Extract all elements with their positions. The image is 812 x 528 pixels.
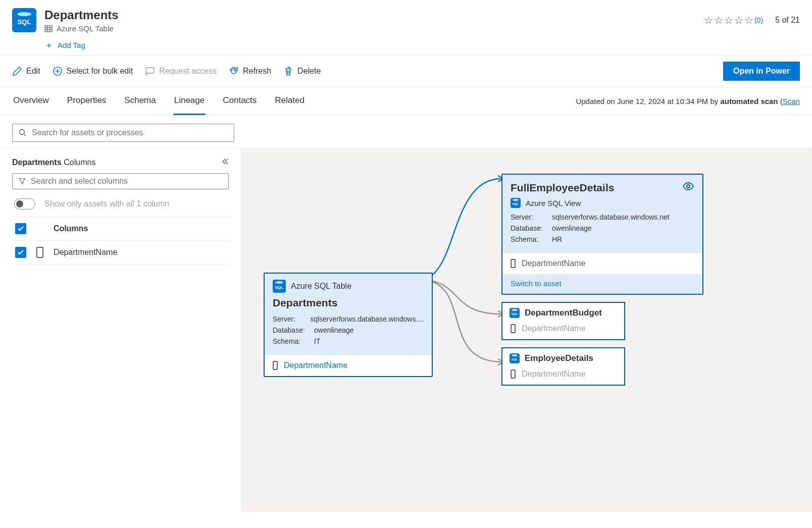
- star-icon: ☆: [744, 14, 753, 26]
- source-node[interactable]: SQL Azure SQL Table Departments Server:s…: [264, 273, 433, 377]
- meta-label: Server:: [511, 213, 552, 221]
- search-input[interactable]: [32, 128, 228, 137]
- trash-icon: [283, 66, 293, 76]
- updated-by: automated scan: [720, 97, 778, 105]
- column-type-icon: [36, 247, 43, 258]
- request-label: Request access: [159, 67, 217, 76]
- scan-link[interactable]: Scan: [783, 97, 800, 105]
- lineage-canvas[interactable]: SQL Azure SQL Table Departments Server:s…: [241, 148, 812, 512]
- meta-value: owenlineage: [314, 326, 354, 334]
- columns-sidebar: Departments Columns Show only assets wit…: [0, 148, 241, 512]
- svg-rect-0: [45, 26, 52, 32]
- meta-label: Database:: [273, 326, 314, 334]
- request-access-button[interactable]: Request access: [145, 66, 217, 76]
- sql-icon: SQL: [273, 280, 286, 293]
- svg-rect-6: [146, 68, 154, 73]
- plus-circle-icon: [53, 66, 63, 76]
- node-title: EmployeeDetails: [525, 353, 593, 363]
- meta-label: Schema:: [511, 235, 552, 243]
- tab-lineage[interactable]: Lineage: [173, 87, 206, 115]
- target-node-main[interactable]: FullEmployeeDetails SQL Azure SQL View S…: [501, 174, 703, 295]
- column-name: DepartmentName: [54, 248, 117, 257]
- rating-stars[interactable]: ☆ ☆ ☆ ☆ ☆ (0): [704, 14, 763, 26]
- column-search-box[interactable]: [12, 173, 229, 189]
- column-type-icon: [511, 324, 516, 333]
- column-type-icon: [511, 369, 516, 379]
- node-column[interactable]: DepartmentName: [510, 321, 617, 333]
- select-all-checkbox[interactable]: [15, 223, 26, 234]
- tab-overview[interactable]: Overview: [12, 87, 50, 115]
- edit-button[interactable]: Edit: [12, 66, 40, 76]
- plus-icon: ＋: [44, 39, 54, 51]
- delete-label: Delete: [297, 67, 321, 76]
- column-header-row[interactable]: Columns: [12, 217, 229, 241]
- node-header: SQL EmployeeDetails: [510, 353, 617, 366]
- bulk-edit-button[interactable]: Select for bulk edit: [53, 66, 133, 76]
- meta-label: Server:: [273, 315, 310, 323]
- star-icon: ☆: [714, 14, 723, 26]
- check-icon: [17, 249, 24, 256]
- node-type: Azure SQL Table: [291, 282, 351, 291]
- page-title: Departments: [44, 8, 704, 22]
- column-name: DepartmentName: [522, 259, 585, 268]
- sql-icon: SQL: [510, 308, 520, 318]
- toggle-row: Show only assets with all 1 column: [12, 198, 229, 209]
- pencil-icon: [12, 66, 22, 76]
- chat-icon: [145, 66, 155, 76]
- column-row[interactable]: DepartmentName: [12, 241, 229, 265]
- node-meta: Server:sqlserverforws.database.windows..…: [265, 313, 432, 354]
- tab-schema[interactable]: Schema: [123, 87, 157, 115]
- star-icon: ☆: [734, 14, 743, 26]
- target-node[interactable]: SQL EmployeeDetails DepartmentName: [501, 347, 625, 386]
- node-title: Departments: [265, 296, 432, 313]
- meta-value: owenlineage: [552, 224, 592, 232]
- refresh-button[interactable]: Refresh: [229, 66, 271, 76]
- page-subtitle: Azure SQL Table: [44, 24, 704, 33]
- node-header: SQL DepartmentBudget: [510, 308, 617, 321]
- sql-icon: SQL: [510, 353, 520, 363]
- column-checkbox[interactable]: [15, 247, 26, 258]
- column-list: Columns DepartmentName: [12, 217, 229, 265]
- column-search-input[interactable]: [31, 177, 222, 186]
- bulk-label: Select for bulk edit: [67, 67, 133, 76]
- tab-related[interactable]: Related: [274, 87, 306, 115]
- add-tag-button[interactable]: ＋ Add Tag: [44, 39, 704, 51]
- collapse-sidebar-button[interactable]: [221, 157, 229, 167]
- node-column[interactable]: DepartmentName: [265, 354, 432, 376]
- tab-contacts[interactable]: Contacts: [222, 87, 258, 115]
- column-type-icon: [273, 361, 278, 370]
- open-in-power-button[interactable]: Open in Power: [723, 62, 800, 81]
- node-type: Azure SQL View: [526, 199, 581, 207]
- subtitle-text: Azure SQL Table: [57, 24, 114, 33]
- meta-value: HR: [552, 235, 562, 243]
- eye-icon: [682, 182, 694, 191]
- node-title: FullEmployeeDetails: [502, 175, 702, 198]
- node-column[interactable]: DepartmentName: [510, 366, 617, 379]
- tabs-bar: Overview Properties Schema Lineage Conta…: [0, 87, 812, 116]
- sidebar-title-main: Departments: [12, 158, 62, 167]
- meta-value: sqlserverforws.database.windows....: [310, 315, 424, 323]
- node-column[interactable]: DepartmentName: [502, 252, 702, 274]
- star-icon: ☆: [724, 14, 733, 26]
- sidebar-header: Departments Columns: [12, 157, 229, 167]
- search-box[interactable]: [12, 124, 234, 142]
- node-header: SQL Azure SQL Table: [265, 274, 432, 296]
- meta-label: Database:: [511, 224, 552, 232]
- delete-button[interactable]: Delete: [283, 66, 321, 76]
- tabs: Overview Properties Schema Lineage Conta…: [12, 87, 306, 115]
- switch-to-asset-link[interactable]: Switch to asset: [511, 279, 562, 288]
- column-name: DepartmentName: [522, 369, 585, 379]
- filter-icon: [19, 178, 26, 185]
- star-icon: ☆: [704, 14, 713, 26]
- header-info: Departments Azure SQL Table ＋ Add Tag: [44, 8, 704, 51]
- sidebar-title: Departments Columns: [12, 158, 95, 167]
- column-name: DepartmentName: [284, 361, 347, 370]
- focus-button[interactable]: [682, 182, 694, 192]
- show-only-toggle[interactable]: [14, 198, 35, 209]
- column-type-icon: [511, 259, 516, 268]
- target-node[interactable]: SQL DepartmentBudget DepartmentName: [501, 302, 625, 340]
- updated-prefix: Updated on June 12, 2024 at 10:34 PM by: [576, 97, 720, 105]
- tab-properties[interactable]: Properties: [66, 87, 107, 115]
- toggle-label: Show only assets with all 1 column: [44, 199, 169, 208]
- page-count: 5 of 21: [775, 16, 800, 25]
